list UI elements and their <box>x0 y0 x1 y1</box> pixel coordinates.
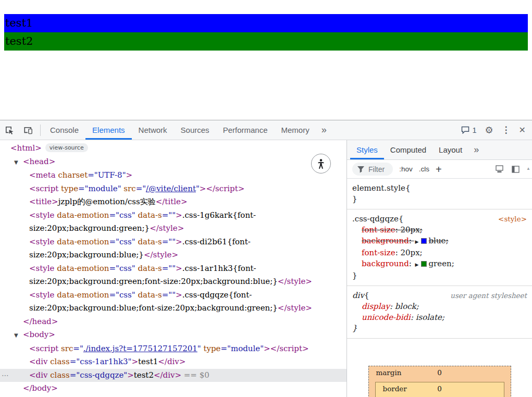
css-declaration-font-size[interactable]: font-size: 20px; <box>352 247 527 258</box>
code-token: ="css" <box>109 210 135 220</box>
code-token: <script <box>29 344 58 353</box>
dom-tree-node[interactable]: <style data-emotion="css" data-s="">.css… <box>0 209 347 222</box>
dom-tree-node[interactable]: <style data-emotion="css" data-s="">.css… <box>0 262 347 276</box>
code-token: <html> <box>10 143 42 153</box>
sidebar-tab-layout[interactable]: Layout <box>432 140 468 159</box>
element-classes-button[interactable]: .cls <box>419 165 429 173</box>
code-token: ="css" <box>109 290 135 300</box>
style-rule-elementstyle: element.style {} <box>347 179 532 209</box>
code-token: .css-di2b61{font- <box>182 237 251 246</box>
sidebar-more-tabs-button[interactable]: » <box>468 140 484 159</box>
expand-shorthand-icon[interactable]: ▶ <box>415 237 419 247</box>
settings-gear-icon[interactable]: ⚙ <box>485 125 493 136</box>
rule-closing-brace: } <box>352 194 527 205</box>
code-token: size:20px;background:green;font-size:20p… <box>29 277 278 286</box>
dom-tree-node[interactable]: </head> <box>0 315 347 329</box>
console-messages-badge[interactable]: 1 <box>461 126 476 134</box>
accessibility-person-button[interactable] <box>311 154 331 173</box>
dom-tree-node[interactable]: size:20px;background:blue;font-size:20px… <box>0 302 347 315</box>
border-label: border <box>383 384 407 393</box>
css-declaration-background[interactable]: background: ▶blue; <box>352 235 527 247</box>
box-model-border-box[interactable]: border 0 <box>375 382 504 397</box>
code-token: == $0 <box>181 370 209 380</box>
toggle-sidebar-icon[interactable] <box>512 166 519 173</box>
dom-tree-node[interactable]: size:20px;background:green;}</style> <box>0 222 347 235</box>
devtools-tab-console[interactable]: Console <box>43 120 85 140</box>
devtools-tab-performance[interactable]: Performance <box>216 120 275 140</box>
dom-tree-node-selected[interactable]: ⋯<div class="css-qdgqze">test2</div> == … <box>0 369 347 382</box>
rule-selector[interactable]: .css-qdgqze <box>352 214 399 225</box>
dom-tree: <html>view-source▼<head><meta charset="U… <box>0 142 347 395</box>
styles-sidebar: StylesComputedLayout » Filter :hov .cls … <box>347 140 532 397</box>
expand-arrow-icon[interactable]: ▼ <box>14 329 23 342</box>
code-token: ="css-qdgqze" <box>70 370 127 380</box>
color-swatch[interactable] <box>421 238 427 244</box>
css-rules-list: element.style {}.css-qdgqze {<style>font… <box>347 179 532 339</box>
dom-tree-node[interactable]: <style data-emotion="css" data-s="">.css… <box>0 235 347 249</box>
code-token: data-s <box>135 264 162 273</box>
devtools-tab-sources[interactable]: Sources <box>174 120 216 140</box>
browser-page-content: test1test2 <box>0 0 532 120</box>
devtools-tab-network[interactable]: Network <box>132 120 174 140</box>
resource-link[interactable]: /@vite/client <box>146 184 196 193</box>
toggle-element-state-button[interactable]: :hov <box>399 165 413 173</box>
rule-selector[interactable]: div <box>352 290 364 301</box>
css-declaration-display[interactable]: display: block; <box>352 301 527 312</box>
code-token: data-emotion <box>54 264 109 273</box>
computed-styles-icon[interactable] <box>496 165 503 173</box>
code-token: <body> <box>23 330 55 339</box>
dom-tree-node[interactable]: ▼<body> <box>0 328 347 342</box>
expand-arrow-icon[interactable]: ▼ <box>14 156 23 169</box>
sidebar-tab-styles[interactable]: Styles <box>350 140 384 159</box>
stylesheet-source-link[interactable]: <style> <box>494 214 527 225</box>
box-model-margin-box[interactable]: margin 0 border 0 <box>368 366 511 397</box>
css-declaration-unicode-bidi[interactable]: unicode-bidi: isolate; <box>352 312 527 323</box>
sidebar-tab-computed[interactable]: Computed <box>384 140 432 159</box>
dom-tree-node[interactable]: </body> <box>0 382 347 395</box>
code-token: size:20px;background:green;} <box>29 224 150 233</box>
border-top-value[interactable]: 0 <box>437 384 442 393</box>
inspect-element-icon[interactable] <box>0 120 19 140</box>
dom-tree-node[interactable]: size:20px;background:blue;}</style> <box>0 249 347 262</box>
more-options-icon[interactable]: ⋮ <box>502 125 511 135</box>
dom-tree-node[interactable]: <title>jzplp的@emotion/css实验</title> <box>0 195 347 209</box>
color-swatch[interactable] <box>421 261 427 267</box>
close-devtools-icon[interactable]: ✕ <box>519 125 526 135</box>
devtools-panel: ConsoleElementsNetworkSourcesPerformance… <box>0 120 532 397</box>
code-token: test1 <box>138 357 158 366</box>
more-panels-button[interactable]: » <box>316 120 332 140</box>
devtools-tab-memory[interactable]: Memory <box>275 120 316 140</box>
dom-tree-panel: <html>view-source▼<head><meta charset="U… <box>0 140 347 397</box>
code-token: class <box>47 370 69 380</box>
dom-tree-node[interactable]: <script src="./index.js?t=1775127157201"… <box>0 342 347 356</box>
dom-tree-node[interactable]: <script type="module" src="/@vite/client… <box>0 182 347 196</box>
new-style-rule-button[interactable]: + <box>436 164 442 175</box>
margin-top-value[interactable]: 0 <box>437 368 442 377</box>
code-token: ="css" <box>109 264 135 273</box>
code-token: </title> <box>156 197 188 206</box>
node-actions-icon[interactable]: ⋯ <box>2 369 8 382</box>
scrollbar-up-icon[interactable]: ▲ <box>526 166 530 171</box>
style-rule-css-qdgqze: .css-qdgqze {<style>font-size: 20px;back… <box>347 209 532 286</box>
resource-link[interactable]: ./index.js?t=1775127157201 <box>83 344 197 353</box>
css-declaration-background[interactable]: background: ▶green; <box>352 258 527 270</box>
code-token: .css-qdgqze{font- <box>182 290 252 300</box>
styles-filter-input[interactable]: Filter <box>352 163 393 176</box>
code-token: > <box>132 357 139 366</box>
code-token: data-s <box>135 237 162 246</box>
dom-tree-node[interactable]: size:20px;background:green;font-size:20p… <box>0 275 347 289</box>
view-source-badge[interactable]: view-source <box>45 143 88 152</box>
devtools-tab-elements[interactable]: Elements <box>85 120 132 140</box>
dom-tree-node[interactable]: <style data-emotion="css" data-s="">.css… <box>0 289 347 302</box>
code-token: <script <box>29 184 58 193</box>
dom-tree-node[interactable]: <div class="css-1ar1hk3">test1</div> <box>0 355 347 369</box>
person-icon <box>315 158 327 169</box>
rule-selector[interactable]: element.style <box>352 183 405 194</box>
dom-tree-node[interactable]: <html>view-source <box>0 142 347 155</box>
dom-tree-node[interactable]: ▼<head> <box>0 155 347 169</box>
toggle-device-toolbar-icon[interactable] <box>19 120 38 140</box>
box-model-diagram: margin 0 border 0 <box>347 339 532 397</box>
expand-shorthand-icon[interactable]: ▶ <box>415 259 419 270</box>
css-declaration-font-size[interactable]: font-size: 20px; <box>352 225 527 235</box>
dom-tree-node[interactable]: <meta charset="UTF-8"> <box>0 169 347 182</box>
